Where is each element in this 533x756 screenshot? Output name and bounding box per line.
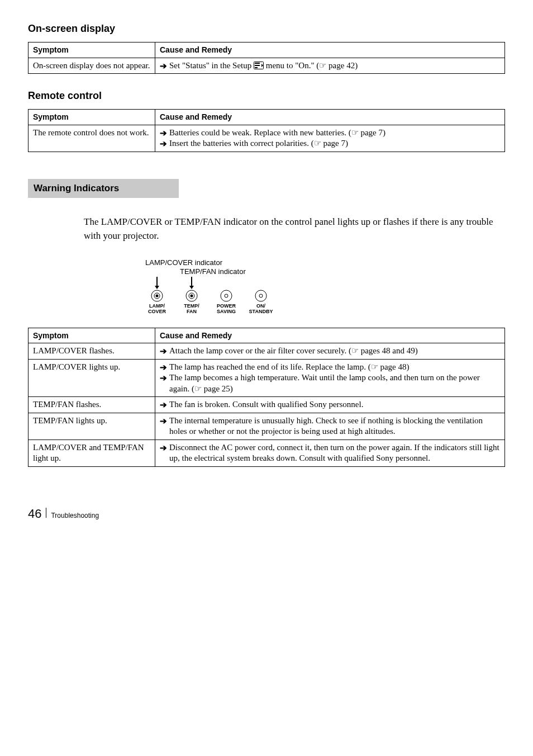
onscreen-row0-remedy-post: menu to "On." (☞ page 42): [266, 61, 358, 70]
remote-row0-remedy-a: Batteries could be weak. Replace with ne…: [169, 127, 500, 139]
table-row: The remote control does not work. ➔ Batt…: [28, 125, 505, 152]
setup-menu-icon: [254, 62, 264, 69]
svg-rect-1: [255, 63, 260, 64]
arrow-icon: ➔: [160, 127, 167, 139]
remote-col-remedy: Cause and Remedy: [155, 110, 505, 125]
lamp-cover-led-icon: LAMP/COVER: [140, 289, 174, 314]
arrow-icon: ➔: [160, 346, 167, 357]
svg-point-12: [225, 294, 228, 297]
temp-fan-led-icon: TEMP/FAN: [174, 289, 209, 314]
cap: STANDBY: [249, 309, 273, 314]
remote-row0-remedy: ➔ Batteries could be weak. Replace with …: [155, 125, 505, 152]
arrow-icon: ➔: [160, 362, 167, 373]
remedy-text: The internal temperature is unusually hi…: [169, 415, 500, 437]
remote-col-symptom: Symptom: [28, 110, 155, 125]
onscreen-row0-remedy: ➔ Set "Status" in the Setup menu to "On.…: [155, 58, 505, 74]
warning-col-remedy: Cause and Remedy: [155, 328, 505, 343]
arrow-icon: ➔: [160, 60, 167, 72]
remedy-text: The fan is broken. Consult with qualifie…: [169, 399, 500, 410]
table-row: LAMP/COVER lights up. ➔The lamp has reac…: [28, 359, 505, 397]
warning-paragraph: The LAMP/COVER or TEMP/FAN indicator on …: [84, 215, 505, 243]
onscreen-row0-symptom: On-screen display does not appear.: [28, 58, 155, 74]
svg-point-7: [156, 295, 159, 297]
svg-rect-3: [255, 67, 258, 68]
arrow-icon: ➔: [160, 399, 167, 410]
table-row: TEMP/FAN flashes. ➔The fan is broken. Co…: [28, 397, 505, 413]
on-standby-led-icon: ON/STANDBY: [244, 289, 278, 314]
lamp-cover-indicator-label: LAMP/COVER indicator: [145, 259, 505, 267]
svg-point-13: [255, 290, 266, 301]
warning-r0-remedy: ➔Attach the lamp cover or the air filter…: [155, 343, 505, 360]
onscreen-col-remedy: Cause and Remedy: [155, 42, 505, 58]
page-footer: 46 Troubleshooting: [28, 506, 505, 522]
warning-r1-symptom: LAMP/COVER lights up.: [28, 359, 155, 397]
warning-col-symptom: Symptom: [28, 328, 155, 343]
svg-marker-4: [261, 64, 263, 67]
cap: SAVING: [217, 309, 236, 314]
warning-r2-symptom: TEMP/FAN flashes.: [28, 397, 155, 413]
remote-heading: Remote control: [28, 89, 505, 102]
warning-r4-remedy: ➔Disconnect the AC power cord, connect i…: [155, 440, 505, 466]
arrow-icon: ➔: [160, 442, 167, 453]
footer-separator: [46, 508, 46, 518]
warning-r1-remedy: ➔The lamp has reached the end of its lif…: [155, 359, 505, 397]
cap: FAN: [187, 309, 197, 314]
warning-r4-symptom: LAMP/COVER and TEMP/FAN light up.: [28, 440, 155, 466]
warning-r0-symptom: LAMP/COVER flashes.: [28, 343, 155, 360]
remedy-text: The lamp has reached the end of its life…: [169, 362, 500, 373]
warning-r2-remedy: ➔The fan is broken. Consult with qualifi…: [155, 397, 505, 413]
temp-fan-indicator-label: TEMP/FAN indicator: [180, 268, 505, 276]
warning-heading: Warning Indicators: [28, 179, 179, 198]
remote-table: Symptom Cause and Remedy The remote cont…: [28, 109, 505, 152]
onscreen-col-symptom: Symptom: [28, 42, 155, 58]
onscreen-table: Symptom Cause and Remedy On-screen displ…: [28, 42, 505, 74]
table-row: On-screen display does not appear. ➔ Set…: [28, 58, 505, 74]
warning-r3-remedy: ➔The internal temperature is unusually h…: [155, 413, 505, 440]
remedy-text: Disconnect the AC power cord, connect it…: [169, 442, 500, 464]
svg-rect-2: [255, 65, 260, 66]
remedy-text: The lamp becomes a high temperature. Wai…: [169, 372, 500, 394]
page-number: 46: [28, 506, 41, 522]
remote-row0-remedy-b: Insert the batteries with correct polari…: [169, 138, 500, 149]
onscreen-row0-remedy-pre: Set "Status" in the Setup: [169, 61, 251, 70]
arrow-icon: ➔: [160, 415, 167, 427]
svg-point-11: [221, 290, 232, 301]
power-saving-led-icon: POWERSAVING: [209, 289, 244, 314]
arrow-icon: ➔: [160, 372, 167, 384]
warning-table: Symptom Cause and Remedy LAMP/COVER flas…: [28, 328, 505, 467]
warning-r3-symptom: TEMP/FAN lights up.: [28, 413, 155, 440]
svg-point-10: [191, 295, 193, 297]
arrow-icon: ➔: [160, 138, 167, 149]
table-row: LAMP/COVER flashes. ➔Attach the lamp cov…: [28, 343, 505, 360]
onscreen-heading: On-screen display: [28, 22, 505, 35]
table-row: LAMP/COVER and TEMP/FAN light up. ➔Disco…: [28, 440, 505, 466]
table-row: TEMP/FAN lights up. ➔The internal temper…: [28, 413, 505, 440]
cap: COVER: [148, 309, 166, 314]
indicator-diagram: LAMP/COVER indicator TEMP/FAN indicator …: [140, 259, 505, 314]
remedy-text: Attach the lamp cover or the air filter …: [169, 346, 500, 357]
svg-point-14: [259, 294, 263, 297]
footer-section: Troubleshooting: [51, 512, 99, 521]
remote-row0-symptom: The remote control does not work.: [28, 125, 155, 152]
